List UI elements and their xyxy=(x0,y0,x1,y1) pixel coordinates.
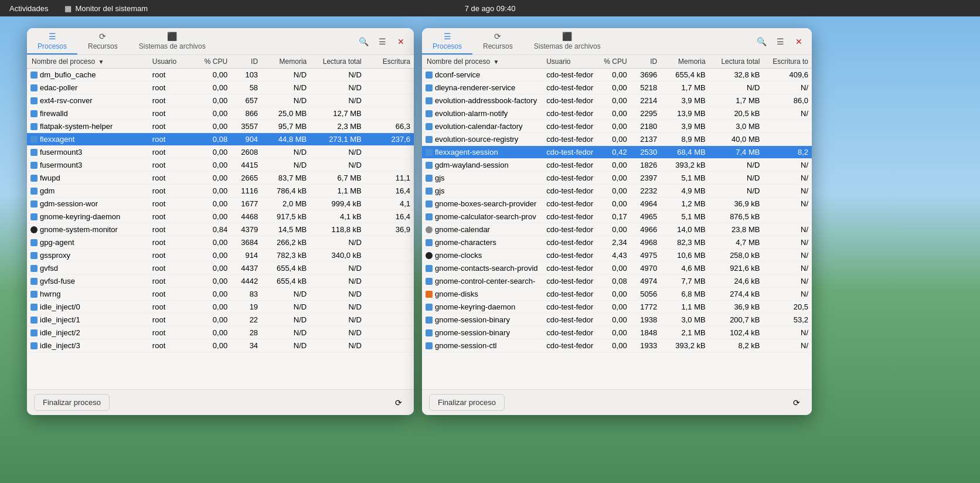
table-row[interactable]: gnome-keyring-daemonroot0,004468917,5 kB… xyxy=(27,210,414,223)
close-button-right[interactable]: ✕ xyxy=(791,33,807,50)
table-row[interactable]: fusermount3root0,004415N/DN/D xyxy=(27,159,414,172)
table-row[interactable]: gpg-agentroot0,003684266,2 kBN/D xyxy=(27,236,414,249)
col-header-cpu-right[interactable]: % CPU xyxy=(597,55,631,69)
table-row[interactable]: firewalldroot0,0086625,0 MB12,7 MB xyxy=(27,107,414,120)
process-mem: 25,0 MB xyxy=(261,107,310,120)
col-header-read-right[interactable]: Lectura total xyxy=(709,55,764,69)
process-cpu: 0,00 xyxy=(597,262,631,275)
table-row[interactable]: gnome-contacts-search-providcdo-test-fed… xyxy=(422,262,812,275)
table-row[interactable]: dm_bufio_cacheroot0,00103N/DN/D xyxy=(27,69,414,81)
tab-procesos-left[interactable]: ☰ Procesos xyxy=(27,28,77,55)
tab-recursos-right[interactable]: ⟳ Recursos xyxy=(472,28,523,55)
process-cpu: 0,00 xyxy=(198,262,231,275)
table-row[interactable]: gvfsd-fuseroot0,004442655,4 kBN/D xyxy=(27,275,414,288)
table-row[interactable]: gjscdo-test-fedor0,0022324,9 MBN/DN/ xyxy=(422,185,812,198)
process-mem: 68,4 MB xyxy=(661,146,709,159)
sort-arrow-name: ▼ xyxy=(98,59,104,65)
process-cpu: 0,00 xyxy=(597,288,631,301)
table-row[interactable]: dconf-servicecdo-test-fedor0,003696655,4… xyxy=(422,69,812,81)
col-header-user-left[interactable]: Usuario xyxy=(149,55,198,69)
activities-button[interactable]: Actividades xyxy=(0,0,57,16)
col-header-write-right[interactable]: Escritura to xyxy=(763,55,812,69)
table-row[interactable]: gvfsdroot0,004437655,4 kBN/D xyxy=(27,262,414,275)
process-cpu: 0,00 xyxy=(597,159,631,172)
col-header-user-right[interactable]: Usuario xyxy=(543,55,597,69)
table-row[interactable]: gnome-control-center-search-cdo-test-fed… xyxy=(422,275,812,288)
table-wrapper-left[interactable]: Nombre del proceso ▼ Usuario % CPU ID Me… xyxy=(27,55,414,389)
table-row[interactable]: flatpak-system-helperroot0,00355795,7 MB… xyxy=(27,120,414,133)
table-row[interactable]: dleyna-renderer-servicecdo-test-fedor0,0… xyxy=(422,81,812,94)
table-row[interactable]: idle_inject/2root0,0028N/DN/D xyxy=(27,326,414,339)
table-row[interactable]: gdm-wayland-sessioncdo-test-fedor0,00182… xyxy=(422,159,812,172)
menu-button-right[interactable]: ☰ xyxy=(772,33,788,50)
process-name-cell: fusermount3 xyxy=(27,146,149,159)
search-button-left[interactable]: 🔍 xyxy=(355,33,372,50)
refresh-button-right[interactable]: ⟳ xyxy=(788,394,805,411)
table-row[interactable]: gnome-session-binarycdo-test-fedor0,0018… xyxy=(422,326,812,339)
search-button-right[interactable]: 🔍 xyxy=(753,33,770,50)
table-row[interactable]: gnome-keyring-daemoncdo-test-fedor0,0017… xyxy=(422,301,812,314)
col-header-name-right[interactable]: Nombre del proceso ▼ xyxy=(422,55,543,69)
table-row[interactable]: gnome-calculator-search-provcdo-test-fed… xyxy=(422,210,812,223)
process-name-cell: gdm-session-wor xyxy=(27,198,149,210)
table-body-left: dm_bufio_cacheroot0,00103N/DN/Dedac-poll… xyxy=(27,69,414,352)
tab-procesos-right[interactable]: ☰ Procesos xyxy=(422,28,472,55)
table-row[interactable]: evolution-alarm-notifycdo-test-fedor0,00… xyxy=(422,107,812,120)
table-row[interactable]: gdmroot0,001116786,4 kB1,1 MB16,4 xyxy=(27,185,414,198)
table-row[interactable]: ext4-rsv-converroot0,00657N/DN/D xyxy=(27,94,414,107)
col-header-mem-left[interactable]: Memoria xyxy=(261,55,310,69)
close-button-left[interactable]: ✕ xyxy=(393,33,409,50)
end-process-button-left[interactable]: Finalizar proceso xyxy=(34,394,110,411)
refresh-button-left[interactable]: ⟳ xyxy=(390,394,407,411)
process-name: gnome-contacts-search-provid xyxy=(435,264,538,273)
process-cpu: 0,00 xyxy=(198,314,231,326)
table-wrapper-right[interactable]: Nombre del proceso ▼ Usuario % CPU ID Me… xyxy=(422,55,812,389)
process-name-cell: gnome-keyring-daemon xyxy=(422,301,543,314)
table-row[interactable]: evolution-source-registrycdo-test-fedor0… xyxy=(422,133,812,146)
process-id: 4379 xyxy=(231,223,261,236)
table-row[interactable]: fusermount3root0,002608N/DN/D xyxy=(27,146,414,159)
table-row[interactable]: gnome-boxes-search-providercdo-test-fedo… xyxy=(422,198,812,210)
table-row[interactable]: idle_inject/0root0,0019N/DN/D xyxy=(27,301,414,314)
tab-archivos-left[interactable]: ⬛ Sistemas de archivos xyxy=(128,28,216,55)
col-header-cpu-left[interactable]: % CPU xyxy=(198,55,231,69)
table-row[interactable]: gssproxyroot0,00914782,3 kB340,0 kB xyxy=(27,249,414,262)
col-header-mem-right[interactable]: Memoria xyxy=(661,55,709,69)
recursos-icon-right: ⟳ xyxy=(494,32,501,41)
col-header-name-left[interactable]: Nombre del proceso ▼ xyxy=(27,55,149,69)
col-header-write-left[interactable]: Escritura xyxy=(365,55,414,69)
table-row[interactable]: evolution-calendar-factorycdo-test-fedor… xyxy=(422,120,812,133)
table-row[interactable]: gjscdo-test-fedor0,0023975,1 MBN/DN/ xyxy=(422,172,812,185)
col-header-read-left[interactable]: Lectura total xyxy=(310,55,365,69)
table-row[interactable]: gnome-calendarcdo-test-fedor0,00496614,0… xyxy=(422,223,812,236)
table-row[interactable]: idle_inject/1root0,0022N/DN/D xyxy=(27,314,414,326)
process-user: cdo-test-fedor xyxy=(543,223,597,236)
table-row[interactable]: flexxagent-sessioncdo-test-fedor0,422530… xyxy=(422,146,812,159)
process-read: N/D xyxy=(709,159,764,172)
tab-archivos-right[interactable]: ⬛ Sistemas de archivos xyxy=(523,28,611,55)
table-row[interactable]: gnome-session-ctlcdo-test-fedor0,0019333… xyxy=(422,339,812,352)
table-row[interactable]: idle_inject/3root0,0034N/DN/D xyxy=(27,339,414,352)
process-id: 2137 xyxy=(631,133,661,146)
table-row[interactable]: gdm-session-worroot0,0016772,0 MB999,4 k… xyxy=(27,198,414,210)
table-row[interactable]: hwrngroot0,0083N/DN/D xyxy=(27,288,414,301)
table-row[interactable]: gnome-characterscdo-test-fedor2,34496882… xyxy=(422,236,812,249)
tab-recursos-left[interactable]: ⟳ Recursos xyxy=(77,28,128,55)
process-user: root xyxy=(149,236,198,249)
table-row[interactable]: fwupdroot0,00266583,7 MB6,7 MB11,1 xyxy=(27,172,414,185)
process-cpu: 0,00 xyxy=(198,326,231,339)
table-row[interactable]: gnome-diskscdo-test-fedor0,0050566,8 MB2… xyxy=(422,288,812,301)
menu-button-left[interactable]: ☰ xyxy=(374,33,390,50)
table-row[interactable]: edac-pollerroot0,0058N/DN/D xyxy=(27,81,414,94)
col-header-id-left[interactable]: ID xyxy=(231,55,261,69)
process-user: root xyxy=(149,185,198,198)
table-row[interactable]: gnome-system-monitorroot0,84437914,5 MB1… xyxy=(27,223,414,236)
col-header-id-right[interactable]: ID xyxy=(631,55,661,69)
table-row[interactable]: evolution-addressbook-factorycdo-test-fe… xyxy=(422,94,812,107)
table-row[interactable]: gnome-clockscdo-test-fedor4,43497510,6 M… xyxy=(422,249,812,262)
procesos-icon-right: ☰ xyxy=(444,32,451,41)
end-process-button-right[interactable]: Finalizar proceso xyxy=(429,394,505,411)
table-row[interactable]: gnome-session-binarycdo-test-fedor0,0019… xyxy=(422,314,812,326)
process-write: N/ xyxy=(763,262,812,275)
table-row[interactable]: flexxagentroot0,0890444,8 MB273,1 MB237,… xyxy=(27,133,414,146)
